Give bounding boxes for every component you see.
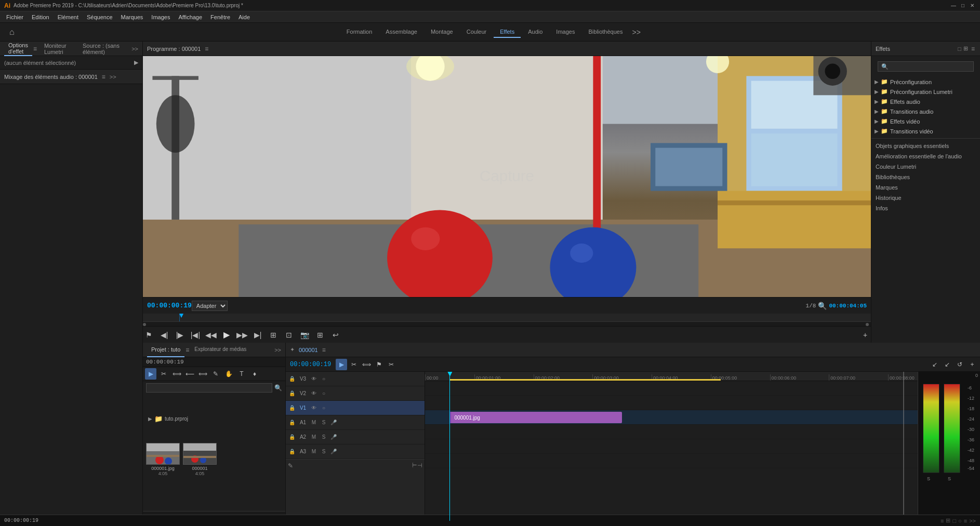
- tab-projet[interactable]: Projet : tuto: [147, 343, 184, 357]
- tl-add-button[interactable]: +: [966, 359, 978, 370]
- tl-mark[interactable]: ⚑: [373, 359, 385, 370]
- effects-section-bibliotheques[interactable]: Bibliothèques: [871, 172, 980, 182]
- v2-lock-icon[interactable]: 🔒: [288, 389, 296, 398]
- effects-item-preconfig[interactable]: ▶ 📁 Préconfiguration: [871, 77, 980, 87]
- panel-expand-icon[interactable]: >>: [131, 46, 138, 52]
- close-button[interactable]: ✕: [969, 2, 976, 9]
- effects-item-video[interactable]: ▶ 📁 Effets vidéo: [871, 116, 980, 126]
- tab-effets[interactable]: Effets: [494, 26, 521, 38]
- effects-section-couleur-lumetri[interactable]: Couleur Lumetri: [871, 161, 980, 172]
- tl-insert-button[interactable]: ↙: [929, 359, 941, 370]
- sequence-settings-button[interactable]: ↩: [330, 329, 341, 341]
- a1-mute-button[interactable]: M: [310, 419, 318, 427]
- tl-history-back[interactable]: ↺: [954, 359, 965, 370]
- a3-solo-button[interactable]: S: [320, 448, 328, 456]
- menu-marques[interactable]: Marques: [117, 13, 148, 21]
- v2-sync-button[interactable]: ○: [320, 389, 328, 398]
- effects-item-audio[interactable]: ▶ 📁 Effets audio: [871, 97, 980, 106]
- tab-assemblage[interactable]: Assemblage: [379, 26, 423, 38]
- mixage-menu-icon[interactable]: ≡: [101, 73, 107, 80]
- rate-tool-button[interactable]: ⟺: [197, 368, 208, 380]
- v3-visibility-button[interactable]: 👁: [310, 375, 318, 383]
- pen-tool-button[interactable]: ✎: [210, 368, 221, 380]
- effects-section-objets[interactable]: Objets graphiques essentiels: [871, 141, 980, 151]
- effects-section-audio-essentielle[interactable]: Amélioration essentielle de l'audio: [871, 151, 980, 161]
- tab-explorateur[interactable]: Explorateur de médias: [190, 343, 250, 357]
- a2-lock-icon[interactable]: 🔒: [288, 433, 296, 441]
- step-frame-back-button[interactable]: |▶: [174, 329, 186, 341]
- tl-ripple-edit[interactable]: ⟺: [361, 359, 372, 370]
- maximize-button[interactable]: □: [959, 2, 966, 9]
- rewind-button[interactable]: ◀◀: [205, 329, 217, 341]
- window-controls[interactable]: — □ ✕: [950, 2, 976, 9]
- menu-edition[interactable]: Edition: [28, 13, 54, 21]
- a1-solo-button[interactable]: S: [320, 419, 328, 427]
- play-button[interactable]: ▶: [221, 329, 232, 341]
- tab-options-d-effet[interactable]: Options d'effet: [4, 42, 32, 56]
- loop-button[interactable]: ⊞: [268, 329, 279, 341]
- v1-visibility-button[interactable]: 👁: [310, 404, 318, 412]
- tab-couleur[interactable]: Couleur: [460, 26, 493, 38]
- adapt-select[interactable]: Adapter: [192, 301, 228, 311]
- tl-overwrite-button[interactable]: ↙: [942, 359, 953, 370]
- zoom-tool-button[interactable]: T: [236, 368, 247, 380]
- tl-select-tool[interactable]: ▶: [336, 359, 347, 370]
- tab-bibliotheques[interactable]: Bibliothèques: [582, 26, 629, 38]
- safe-margin-button[interactable]: ⊡: [283, 329, 295, 341]
- source-tab[interactable]: Source : (sans élément): [80, 43, 128, 55]
- project-expand-icon[interactable]: >>: [274, 347, 281, 353]
- effects-section-infos[interactable]: Infos: [871, 203, 980, 213]
- v3-sync-button[interactable]: ○: [320, 375, 328, 383]
- effects-item-preconfig-lumetri[interactable]: ▶ 📁 Préconfiguration Lumetri: [871, 87, 980, 97]
- tab-audio[interactable]: Audio: [522, 26, 549, 38]
- clip-000001-jpg[interactable]: 000001.jpg: [449, 412, 622, 423]
- effects-search-input[interactable]: [878, 61, 974, 72]
- tl-razor[interactable]: ✂: [386, 359, 397, 370]
- menu-element[interactable]: Elément: [54, 13, 83, 21]
- select-tool-button[interactable]: ▶: [145, 368, 156, 380]
- menu-sequence[interactable]: Séquence: [83, 13, 117, 21]
- a3-mute-button[interactable]: M: [310, 448, 318, 456]
- add-track-icon[interactable]: ✎: [288, 462, 293, 469]
- a2-solo-button[interactable]: S: [320, 433, 328, 441]
- menu-images[interactable]: Images: [147, 13, 174, 21]
- menu-aide[interactable]: Aide: [234, 13, 254, 21]
- tab-montage[interactable]: Montage: [425, 26, 459, 38]
- menu-fenetre[interactable]: Fenêtre: [206, 13, 234, 21]
- mark-in-button[interactable]: ⚑: [143, 329, 154, 341]
- timeline-tracks-content[interactable]: 00:00 00:00:01:00 00:00:02:00 00:00:03:0…: [425, 372, 918, 521]
- a1-lock-icon[interactable]: 🔒: [288, 419, 296, 427]
- home-button[interactable]: ⌂: [5, 25, 19, 39]
- step-back-button[interactable]: ◀|: [158, 329, 170, 341]
- effects-section-marques[interactable]: Marques: [871, 182, 980, 193]
- tab-formation[interactable]: Formation: [340, 26, 379, 38]
- timeline-menu-icon[interactable]: ≡: [322, 346, 326, 354]
- project-folder-item[interactable]: ▶ 📁 tuto.prproj: [146, 398, 282, 440]
- effects-item-transitions-audio[interactable]: ▶ 📁 Transitions audio: [871, 106, 980, 116]
- a3-lock-icon[interactable]: 🔒: [288, 448, 296, 456]
- scrub-bar[interactable]: [143, 314, 871, 322]
- programme-timecode[interactable]: 00:00:00:19: [147, 302, 192, 309]
- thumbnail-000001-seq[interactable]: 000001 4:05: [183, 443, 217, 508]
- v1-lock-icon[interactable]: 🔒: [288, 404, 296, 412]
- moniteur-lumetri-tab[interactable]: Moniteur Lumetri: [41, 43, 77, 55]
- hand-tool-button[interactable]: ✋: [223, 368, 234, 380]
- project-search-input[interactable]: [146, 383, 272, 393]
- thumbnail-000001-jpg[interactable]: 000001.jpg 4:05: [146, 443, 180, 508]
- v2-visibility-button[interactable]: 👁: [310, 389, 318, 398]
- tl-track-select[interactable]: ✂: [348, 359, 360, 370]
- add-marker-button[interactable]: +: [859, 329, 871, 341]
- export-frame-button[interactable]: 📷: [299, 329, 310, 341]
- type-tool-button[interactable]: ♦: [249, 368, 260, 380]
- minimize-button[interactable]: —: [950, 2, 957, 9]
- workspace-more-button[interactable]: >>: [630, 26, 642, 38]
- effects-item-transitions-video[interactable]: ▶ 📁 Transitions vidéo: [871, 126, 980, 136]
- no-element-expand[interactable]: ▶: [134, 59, 138, 66]
- v1-sync-button[interactable]: ○: [320, 404, 328, 412]
- effects-panel-menu[interactable]: ≡: [970, 45, 976, 52]
- go-to-in-button[interactable]: |◀|: [190, 329, 201, 341]
- track-select-tool-button[interactable]: ✂: [158, 368, 169, 380]
- tab-images[interactable]: Images: [550, 26, 581, 38]
- project-menu-icon[interactable]: ≡: [184, 346, 190, 354]
- programme-menu-icon[interactable]: ≡: [204, 45, 209, 52]
